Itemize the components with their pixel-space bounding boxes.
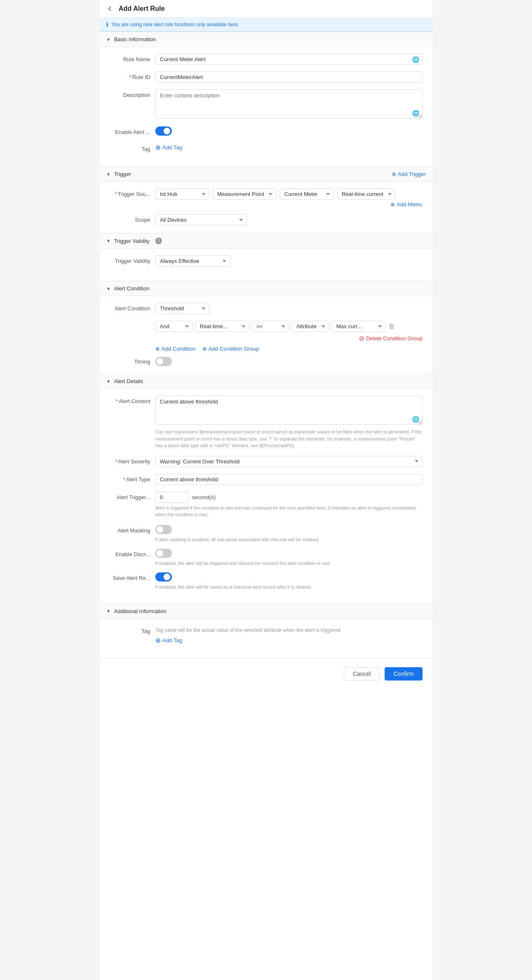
alert-masking-toggle[interactable] [155,525,172,534]
additional-tag-label: Tag [109,626,155,634]
add-condition-group-plus-icon: ⊕ [202,346,207,352]
alert-condition-header: ▼ Alert Condition [99,281,433,296]
textarea-globe-icon: 🌐 [412,110,419,116]
add-metric-plus-icon: ⊕ [390,201,395,208]
realtime-select[interactable]: Real-time... [195,321,249,332]
trigger-seconds-group: second(s) [155,492,423,503]
alert-type-input[interactable] [155,474,423,485]
alert-details-section: ▼ Alert Details *Alert Content Current a… [99,374,433,603]
description-wrap: 🌐 [155,89,423,120]
operator-select[interactable]: >= [252,321,289,332]
cancel-button[interactable]: Cancel [344,667,380,681]
alert-condition-label: Alert Condition [109,303,155,312]
alert-severity-row: *Alert Severity Warning: Current Over Th… [109,456,423,467]
info-banner-text: You are using new alert rule functions o… [112,22,239,27]
additional-tag-row: Tag Tag value will be the actual value o… [109,626,423,644]
alert-masking-row: Alert Masking If alert masking is enable… [109,525,423,542]
alert-condition-chevron-icon: ▼ [106,286,111,291]
add-metric-button[interactable]: ⊕ Add Metric [390,201,423,208]
alert-severity-label: *Alert Severity [109,456,155,465]
device-select[interactable]: Current Meter [280,188,334,200]
attribute-select[interactable]: Attribute [292,321,329,332]
trigger-validity-header: ▼ Trigger Validity ? [99,233,433,249]
validity-help-icon[interactable]: ? [155,238,162,244]
seconds-label: second(s) [192,494,216,500]
basic-info-header: ▼ Basic Information [99,32,433,47]
trigger-source-select[interactable]: Iot Hub [155,188,209,200]
alert-details-title: Alert Details [114,378,143,384]
save-alert-toggle[interactable] [155,572,172,582]
trigger-help: Alert is triggered if the condition is m… [155,505,423,518]
additional-add-tag-button[interactable]: ⊕ Add Tag [155,636,182,644]
alert-content-label: *Alert Content [109,396,155,404]
rule-name-row: Rule Name 🌐 [109,54,423,65]
trigger-chevron-icon: ▼ [106,172,111,177]
confirm-button[interactable]: Confirm [385,667,423,681]
alert-severity-select[interactable]: Warning: Current Over Threshold [155,456,423,467]
alert-content-globe-icon: 🌐 [412,416,419,423]
page-title: Add Alert Rule [119,5,165,12]
scope-label: Scope [109,217,155,223]
basic-info-section: ▼ Basic Information Rule Name 🌐 *Rule ID [99,32,433,166]
max-curr-select[interactable]: Max curr... [332,321,386,332]
enable-discr-toggle[interactable] [155,549,172,558]
alert-content-row: *Alert Content Current above threshold 🌐… [109,396,423,449]
add-trigger-button[interactable]: ⊕ Add Trigger [392,171,426,177]
alert-condition-type-row: Alert Condition Threshold [109,303,423,314]
trigger-header: ▼ Trigger ⊕ Add Trigger [99,166,433,182]
trash-icon[interactable]: 🗑 [388,323,395,330]
alert-details-header: ▼ Alert Details [99,374,433,389]
trigger-validity-select[interactable]: Always Effective [155,255,230,267]
trigger-validity-chevron-icon: ▼ [106,238,111,243]
rule-name-label: Rule Name [109,54,155,62]
save-alert-help: If enabled, the alert will be saved as a… [155,584,423,589]
delete-condition-group-button[interactable]: ⊖ Delete Condition Group [359,334,423,342]
trigger-selects-row: Iot Hub Measurement Point Current Meter … [155,188,423,200]
trigger-source-label: *Trigger Sou... [109,188,155,197]
timing-toggle[interactable] [155,357,172,366]
alert-content-input[interactable]: Current above threshold [155,396,423,425]
trigger-seconds-input[interactable] [155,492,189,503]
measurement-point-select[interactable]: Measurement Point [213,188,276,200]
alert-masking-label: Alert Masking [109,525,155,534]
info-banner: ℹ You are using new alert rule functions… [99,18,433,32]
rule-id-input[interactable] [155,72,423,83]
alert-type-row: *Alert Type [109,474,423,485]
add-trigger-plus-icon: ⊕ [392,171,396,177]
alert-condition-select[interactable]: Threshold [155,303,209,314]
add-condition-button[interactable]: ⊕ Add Condition [155,346,196,352]
additional-plus-circle-icon: ⊕ [155,636,161,644]
page-header: Add Alert Rule [99,0,433,18]
scope-row: Scope All Devices [109,214,423,225]
description-input[interactable] [155,89,423,119]
globe-icon: 🌐 [412,56,419,63]
masking-help: If alert masking is enabled, all sub-ale… [155,537,423,542]
description-label: Description [109,89,155,98]
enable-alert-toggle[interactable] [155,126,172,136]
add-tag-button[interactable]: ⊕ Add Tag [155,144,182,151]
condition-actions-row: ⊕ Add Condition ⊕ Add Condition Group [155,346,423,352]
alert-type-label: *Alert Type [109,474,155,483]
metric-select[interactable]: Real-time current [337,188,395,200]
additional-info-section: ▼ Additional Information Tag Tag value w… [99,604,433,658]
back-button[interactable] [106,5,114,12]
rule-name-input[interactable] [155,54,423,65]
add-condition-plus-icon: ⊕ [155,346,160,352]
alert-content-wrap: Current above threshold 🌐 [155,396,423,426]
minus-circle-icon: ⊖ [359,334,364,342]
condition-group: And Real-time... >= Attribute Max curr..… [109,321,423,352]
add-condition-group-button[interactable]: ⊕ Add Condition Group [202,346,259,352]
discr-help: If enabled, the alert will be triggered … [155,561,423,566]
enable-discr-row: Enable Discr... If enabled, the alert wi… [109,549,423,566]
save-alert-row: Save Alert Re... If enabled, the alert w… [109,572,423,589]
scope-select[interactable]: All Devices [155,214,247,225]
logic-select[interactable]: And [155,321,193,332]
trigger-validity-row: Trigger Validity Always Effective [109,255,423,267]
alert-content-help: Can use expressions ${measurement point … [155,428,423,449]
tag-label: Tag [109,144,155,152]
trigger-validity-label: Trigger Validity [109,255,155,264]
additional-info-title: Additional Information [114,608,167,614]
description-row: Description 🌐 [109,89,423,120]
rule-id-label: *Rule ID [109,72,155,80]
condition-row: And Real-time... >= Attribute Max curr..… [155,321,423,342]
